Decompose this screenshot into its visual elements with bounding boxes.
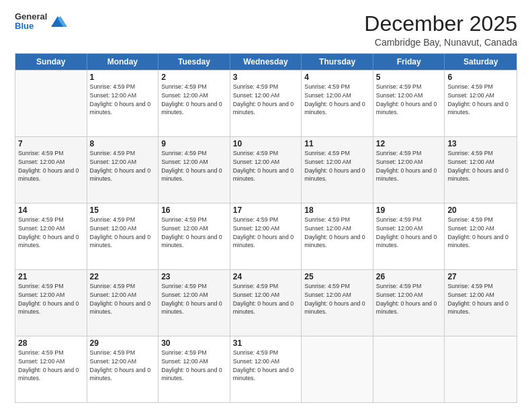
logo-text: General Blue <box>15 12 47 32</box>
header: General Blue December 2025 Cambridge Bay… <box>15 12 517 48</box>
day-number: 4 <box>304 73 370 82</box>
cal-cell-3-1: 22Sunrise: 4:59 PM Sunset: 12:00 AM Dayl… <box>87 270 159 336</box>
cal-cell-2-4: 18Sunrise: 4:59 PM Sunset: 12:00 AM Dayl… <box>302 203 373 269</box>
cal-cell-4-3: 31Sunrise: 4:59 PM Sunset: 12:00 AM Dayl… <box>230 336 302 402</box>
day-info: Sunrise: 4:59 PM Sunset: 12:00 AM Daylig… <box>233 349 299 383</box>
day-info: Sunrise: 4:59 PM Sunset: 12:00 AM Daylig… <box>376 282 442 316</box>
day-info: Sunrise: 4:59 PM Sunset: 12:00 AM Daylig… <box>304 149 370 183</box>
day-number: 22 <box>90 272 156 281</box>
cal-cell-4-1: 29Sunrise: 4:59 PM Sunset: 12:00 AM Dayl… <box>87 336 159 402</box>
location-title: Cambridge Bay, Nunavut, Canada <box>364 37 517 48</box>
day-number: 12 <box>376 139 442 148</box>
day-number: 6 <box>447 73 514 82</box>
day-number: 13 <box>447 139 514 148</box>
day-info: Sunrise: 4:59 PM Sunset: 12:00 AM Daylig… <box>90 282 156 316</box>
cal-cell-1-1: 8Sunrise: 4:59 PM Sunset: 12:00 AM Dayli… <box>87 137 159 203</box>
cal-cell-1-6: 13Sunrise: 4:59 PM Sunset: 12:00 AM Dayl… <box>445 137 517 203</box>
day-number: 25 <box>304 272 370 281</box>
day-info: Sunrise: 4:59 PM Sunset: 12:00 AM Daylig… <box>90 216 156 250</box>
day-number: 16 <box>161 205 227 215</box>
cal-cell-1-4: 11Sunrise: 4:59 PM Sunset: 12:00 AM Dayl… <box>302 137 373 203</box>
day-info: Sunrise: 4:59 PM Sunset: 12:00 AM Daylig… <box>376 216 442 250</box>
cal-cell-1-3: 10Sunrise: 4:59 PM Sunset: 12:00 AM Dayl… <box>230 137 302 203</box>
day-number: 7 <box>18 139 84 148</box>
header-monday: Monday <box>87 54 159 70</box>
cal-cell-3-4: 25Sunrise: 4:59 PM Sunset: 12:00 AM Dayl… <box>302 270 373 336</box>
day-info: Sunrise: 4:59 PM Sunset: 12:00 AM Daylig… <box>376 149 442 183</box>
day-number: 19 <box>376 205 442 215</box>
day-info: Sunrise: 4:59 PM Sunset: 12:00 AM Daylig… <box>233 282 299 316</box>
month-title: December 2025 <box>364 12 517 36</box>
cal-cell-1-2: 9Sunrise: 4:59 PM Sunset: 12:00 AM Dayli… <box>159 137 230 203</box>
day-info: Sunrise: 4:59 PM Sunset: 12:00 AM Daylig… <box>18 349 84 383</box>
day-number: 10 <box>233 139 299 148</box>
cal-cell-0-3: 3Sunrise: 4:59 PM Sunset: 12:00 AM Dayli… <box>230 71 302 136</box>
calendar-row-2: 14Sunrise: 4:59 PM Sunset: 12:00 AM Dayl… <box>15 203 517 269</box>
day-number: 30 <box>161 338 227 348</box>
day-info: Sunrise: 4:59 PM Sunset: 12:00 AM Daylig… <box>376 83 442 117</box>
cal-cell-1-0: 7Sunrise: 4:59 PM Sunset: 12:00 AM Dayli… <box>15 137 87 203</box>
title-block: December 2025 Cambridge Bay, Nunavut, Ca… <box>364 12 517 48</box>
page: General Blue December 2025 Cambridge Bay… <box>0 0 532 411</box>
calendar: Sunday Monday Tuesday Wednesday Thursday… <box>15 53 517 403</box>
day-number: 26 <box>376 272 442 281</box>
day-number: 2 <box>161 73 227 82</box>
cal-cell-3-6: 27Sunrise: 4:59 PM Sunset: 12:00 AM Dayl… <box>445 270 517 336</box>
day-number: 5 <box>376 73 442 82</box>
cal-cell-2-1: 15Sunrise: 4:59 PM Sunset: 12:00 AM Dayl… <box>87 203 159 269</box>
cal-cell-2-5: 19Sunrise: 4:59 PM Sunset: 12:00 AM Dayl… <box>373 203 445 269</box>
logo-blue: Blue <box>15 21 47 31</box>
day-info: Sunrise: 4:59 PM Sunset: 12:00 AM Daylig… <box>447 282 514 316</box>
header-sunday: Sunday <box>15 54 87 70</box>
cal-cell-2-3: 17Sunrise: 4:59 PM Sunset: 12:00 AM Dayl… <box>230 203 302 269</box>
header-thursday: Thursday <box>302 54 373 70</box>
calendar-row-3: 21Sunrise: 4:59 PM Sunset: 12:00 AM Dayl… <box>15 269 517 336</box>
day-number: 20 <box>447 205 514 215</box>
day-info: Sunrise: 4:59 PM Sunset: 12:00 AM Daylig… <box>18 282 84 316</box>
day-info: Sunrise: 4:59 PM Sunset: 12:00 AM Daylig… <box>447 216 514 250</box>
day-number: 31 <box>233 338 299 348</box>
logo-icon <box>48 12 67 31</box>
cal-cell-0-5: 5Sunrise: 4:59 PM Sunset: 12:00 AM Dayli… <box>373 71 445 136</box>
cal-cell-2-2: 16Sunrise: 4:59 PM Sunset: 12:00 AM Dayl… <box>159 203 230 269</box>
cal-cell-4-2: 30Sunrise: 4:59 PM Sunset: 12:00 AM Dayl… <box>159 336 230 402</box>
day-info: Sunrise: 4:59 PM Sunset: 12:00 AM Daylig… <box>161 282 227 316</box>
calendar-body: 1Sunrise: 4:59 PM Sunset: 12:00 AM Dayli… <box>15 70 517 402</box>
cal-cell-3-0: 21Sunrise: 4:59 PM Sunset: 12:00 AM Dayl… <box>15 270 87 336</box>
cal-cell-1-5: 12Sunrise: 4:59 PM Sunset: 12:00 AM Dayl… <box>373 137 445 203</box>
header-tuesday: Tuesday <box>159 54 230 70</box>
cal-cell-3-2: 23Sunrise: 4:59 PM Sunset: 12:00 AM Dayl… <box>159 270 230 336</box>
day-number: 15 <box>90 205 156 215</box>
day-info: Sunrise: 4:59 PM Sunset: 12:00 AM Daylig… <box>304 216 370 250</box>
cal-cell-0-2: 2Sunrise: 4:59 PM Sunset: 12:00 AM Dayli… <box>159 71 230 136</box>
cal-cell-2-0: 14Sunrise: 4:59 PM Sunset: 12:00 AM Dayl… <box>15 203 87 269</box>
day-info: Sunrise: 4:59 PM Sunset: 12:00 AM Daylig… <box>447 83 514 117</box>
cal-cell-3-5: 26Sunrise: 4:59 PM Sunset: 12:00 AM Dayl… <box>373 270 445 336</box>
day-number: 17 <box>233 205 299 215</box>
calendar-row-4: 28Sunrise: 4:59 PM Sunset: 12:00 AM Dayl… <box>15 336 517 402</box>
day-number: 28 <box>18 338 84 348</box>
day-info: Sunrise: 4:59 PM Sunset: 12:00 AM Daylig… <box>233 216 299 250</box>
day-number: 9 <box>161 139 227 148</box>
day-info: Sunrise: 4:59 PM Sunset: 12:00 AM Daylig… <box>447 149 514 183</box>
cal-cell-4-5 <box>373 336 445 402</box>
day-info: Sunrise: 4:59 PM Sunset: 12:00 AM Daylig… <box>304 83 370 117</box>
day-number: 18 <box>304 205 370 215</box>
day-number: 23 <box>161 272 227 281</box>
day-number: 27 <box>447 272 514 281</box>
header-saturday: Saturday <box>445 54 517 70</box>
day-number: 11 <box>304 139 370 148</box>
logo-general: General <box>15 12 47 21</box>
calendar-header: Sunday Monday Tuesday Wednesday Thursday… <box>15 54 517 70</box>
cal-cell-4-0: 28Sunrise: 4:59 PM Sunset: 12:00 AM Dayl… <box>15 336 87 402</box>
day-info: Sunrise: 4:59 PM Sunset: 12:00 AM Daylig… <box>233 149 299 183</box>
calendar-row-0: 1Sunrise: 4:59 PM Sunset: 12:00 AM Dayli… <box>15 70 517 136</box>
header-wednesday: Wednesday <box>230 54 302 70</box>
day-info: Sunrise: 4:59 PM Sunset: 12:00 AM Daylig… <box>304 282 370 316</box>
header-friday: Friday <box>373 54 445 70</box>
day-info: Sunrise: 4:59 PM Sunset: 12:00 AM Daylig… <box>161 149 227 183</box>
calendar-row-1: 7Sunrise: 4:59 PM Sunset: 12:00 AM Dayli… <box>15 136 517 203</box>
day-info: Sunrise: 4:59 PM Sunset: 12:00 AM Daylig… <box>161 349 227 383</box>
cal-cell-0-0 <box>15 71 87 136</box>
cal-cell-3-3: 24Sunrise: 4:59 PM Sunset: 12:00 AM Dayl… <box>230 270 302 336</box>
